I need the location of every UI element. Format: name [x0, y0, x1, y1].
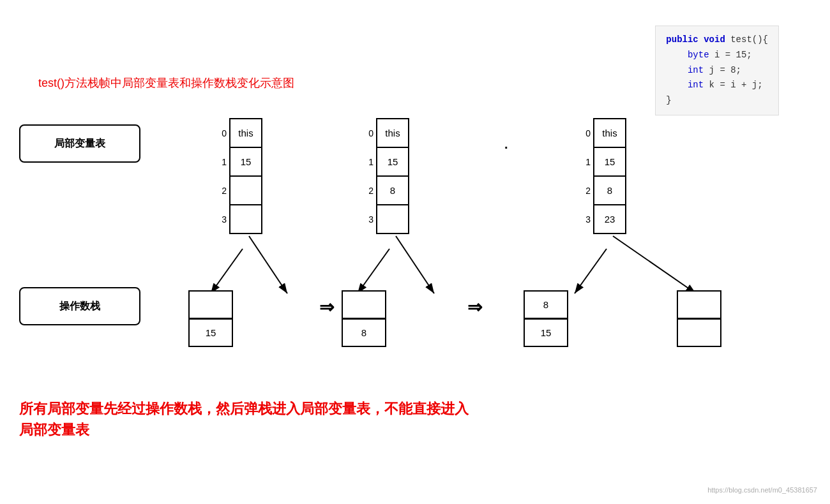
- code-line3: int j = 8;: [666, 63, 768, 78]
- stack-cell-1-top: [188, 290, 233, 319]
- idx-1: 1: [211, 147, 230, 176]
- idx-1: 1: [358, 147, 377, 176]
- idx-2: 2: [211, 176, 230, 205]
- double-arrow-2: ⇒: [467, 297, 482, 318]
- idx-3: 3: [575, 205, 594, 233]
- svg-line-2: [249, 236, 287, 293]
- cell-0-0: this: [230, 119, 262, 147]
- cell-0-1: 15: [230, 147, 262, 176]
- cell-1-1: 15: [377, 147, 409, 176]
- stack-cell-4-bottom: [677, 318, 721, 347]
- cell-0-3: [230, 205, 262, 233]
- code-line4: int k = i + j;: [666, 78, 768, 93]
- local-vars-table-1: 0 this 1 15 2 3: [211, 118, 262, 234]
- bottom-text-line1: 所有局部变量先经过操作数栈，然后弹栈进入局部变量表，不能直接进入: [19, 398, 469, 419]
- idx-2: 2: [358, 176, 377, 205]
- cell-1-2: 8: [377, 176, 409, 205]
- idx-2: 2: [575, 176, 594, 205]
- svg-line-5: [575, 249, 607, 293]
- svg-line-6: [613, 236, 696, 293]
- diagram-title: test()方法栈帧中局部变量表和操作数栈变化示意图: [38, 75, 294, 91]
- code-line1: public void test(){: [666, 33, 768, 48]
- cell-0-2: [230, 176, 262, 205]
- code-block: public void test(){ byte i = 15; int j =…: [655, 26, 779, 115]
- stack-cell-3-bottom: 15: [524, 318, 568, 347]
- local-vars-label: 局部变量表: [19, 124, 140, 163]
- local-vars-table-2: 0 this 1 15 2 8 3: [358, 118, 409, 234]
- stack-cell-2-top: [342, 290, 386, 319]
- idx-0: 0: [358, 119, 377, 147]
- cell-2-0: this: [594, 119, 626, 147]
- svg-line-1: [211, 249, 243, 293]
- cell-1-3: [377, 205, 409, 233]
- cell-2-3: 23: [594, 205, 626, 233]
- cell-1-0: this: [377, 119, 409, 147]
- code-line5: }: [666, 93, 768, 108]
- idx-0: 0: [575, 119, 594, 147]
- watermark: https://blog.csdn.net/m0_45381657: [707, 486, 817, 494]
- idx-0: 0: [211, 119, 230, 147]
- stack-cell-1-bottom: 15: [188, 318, 233, 347]
- stack-cell-3-top: 8: [524, 290, 568, 319]
- bottom-text-line2: 局部变量表: [19, 419, 469, 440]
- double-arrow-1: ⇒: [319, 297, 334, 318]
- local-vars-table-3: 0 this 1 15 2 8 3 23: [575, 118, 626, 234]
- stack-cell-2-bottom: 8: [342, 318, 386, 347]
- stack-cell-4-top: [677, 290, 721, 319]
- idx-3: 3: [211, 205, 230, 233]
- code-line2: byte i = 15;: [666, 48, 768, 63]
- cell-2-1: 15: [594, 147, 626, 176]
- svg-line-3: [358, 249, 389, 293]
- idx-1: 1: [575, 147, 594, 176]
- idx-3: 3: [358, 205, 377, 233]
- operand-stack-label: 操作数栈: [19, 287, 140, 325]
- svg-line-4: [396, 236, 434, 293]
- cell-2-2: 8: [594, 176, 626, 205]
- separator-dot: .: [504, 137, 508, 152]
- bottom-text: 所有局部变量先经过操作数栈，然后弹栈进入局部变量表，不能直接进入 局部变量表: [19, 398, 469, 440]
